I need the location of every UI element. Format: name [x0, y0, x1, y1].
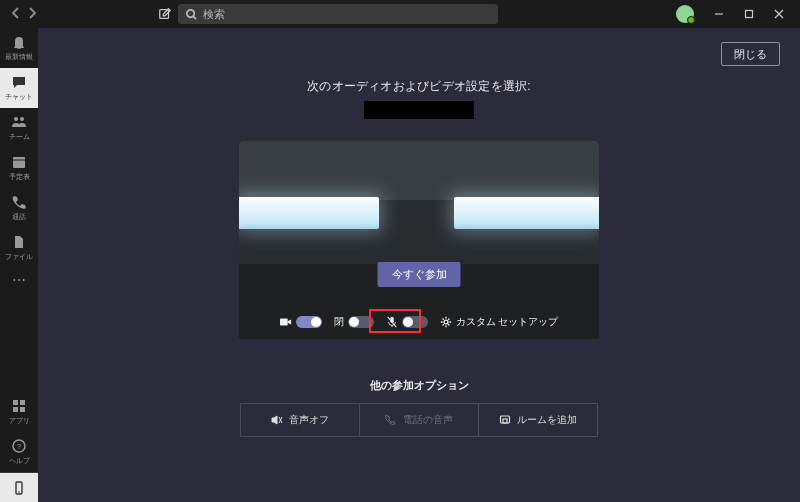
- nav-apps-label: アプリ: [9, 416, 30, 426]
- other-options-row: 音声オフ 電話の音声 ルームを追加: [240, 403, 598, 437]
- join-now-label: 今すぐ参加: [392, 268, 447, 280]
- nav-teams-label: チーム: [9, 132, 30, 142]
- nav-calendar[interactable]: 予定表: [0, 148, 38, 188]
- nav-teams[interactable]: チーム: [0, 108, 38, 148]
- back-button[interactable]: [10, 5, 22, 23]
- background-label: 閉: [334, 315, 344, 329]
- search-input[interactable]: 検索: [178, 4, 498, 24]
- svg-rect-9: [13, 157, 25, 168]
- option-audio-off-label: 音声オフ: [289, 413, 329, 427]
- mic-toggle[interactable]: [402, 316, 428, 328]
- custom-setup-button[interactable]: カスタム セットアップ: [440, 315, 559, 329]
- nav-files-label: ファイル: [5, 252, 33, 262]
- other-options-heading: 他の参加オプション: [370, 379, 469, 393]
- maximize-button[interactable]: [734, 3, 764, 25]
- nav-rail: 最新情報 チャット チーム 予定表 通話 ファイル ⋯ アプリ ?: [0, 28, 38, 502]
- option-audio-off[interactable]: 音声オフ: [240, 403, 360, 437]
- nav-chat-label: チャット: [5, 92, 33, 102]
- prejoin-heading: 次のオーディオおよびビデオ設定を選択:: [307, 78, 531, 95]
- room-icon: [499, 414, 511, 426]
- nav-calls[interactable]: 通話: [0, 188, 38, 228]
- svg-rect-13: [13, 407, 18, 412]
- svg-point-8: [20, 117, 24, 121]
- background-control[interactable]: 閉: [334, 315, 374, 329]
- join-now-button[interactable]: 今すぐ参加: [378, 262, 461, 287]
- svg-point-23: [444, 320, 448, 324]
- nav-apps[interactable]: アプリ: [0, 392, 38, 432]
- avatar[interactable]: [676, 5, 694, 23]
- option-phone-audio-label: 電話の音声: [403, 413, 453, 427]
- svg-rect-4: [746, 11, 753, 18]
- window-controls: [704, 3, 794, 25]
- nav-help[interactable]: ? ヘルプ: [0, 432, 38, 472]
- search-placeholder: 検索: [203, 7, 225, 22]
- video-icon: [280, 316, 292, 328]
- close-button-label: 閉じる: [734, 47, 767, 62]
- device-controls: 閉 カスタム セットアップ: [239, 315, 599, 329]
- video-toggle[interactable]: [296, 316, 322, 328]
- option-add-room-label: ルームを追加: [517, 413, 577, 427]
- close-button[interactable]: 閉じる: [721, 42, 780, 66]
- svg-rect-11: [13, 400, 18, 405]
- titlebar: 検索: [0, 0, 800, 28]
- mic-off-icon: [386, 316, 398, 328]
- nav-files[interactable]: ファイル: [0, 228, 38, 268]
- svg-rect-12: [20, 400, 25, 405]
- phone-icon: [385, 414, 397, 426]
- background-toggle[interactable]: [348, 316, 374, 328]
- minimize-button[interactable]: [704, 3, 734, 25]
- svg-rect-19: [280, 319, 288, 326]
- svg-point-7: [14, 117, 18, 121]
- nav-device[interactable]: [0, 472, 38, 502]
- svg-point-18: [18, 491, 20, 493]
- svg-rect-14: [20, 407, 25, 412]
- option-add-room[interactable]: ルームを追加: [478, 403, 598, 437]
- camera-preview: 今すぐ参加 閉 カスタム セットアップ: [239, 141, 599, 339]
- svg-text:?: ?: [17, 442, 22, 451]
- nav-calls-label: 通話: [12, 212, 26, 222]
- close-window-button[interactable]: [764, 3, 794, 25]
- compose-button[interactable]: [158, 7, 172, 21]
- gear-icon: [440, 316, 452, 328]
- nav-activity[interactable]: 最新情報: [0, 28, 38, 68]
- nav-help-label: ヘルプ: [9, 456, 30, 466]
- mic-control[interactable]: [386, 316, 428, 328]
- svg-line-2: [193, 16, 196, 19]
- nav-chat[interactable]: チャット: [0, 68, 38, 108]
- option-phone-audio: 電話の音声: [359, 403, 479, 437]
- search-icon: [186, 9, 197, 20]
- nav-calendar-label: 予定表: [9, 172, 30, 182]
- custom-setup-label: カスタム セットアップ: [456, 315, 559, 329]
- speaker-off-icon: [271, 414, 283, 426]
- history-nav: [10, 5, 38, 23]
- nav-more[interactable]: ⋯: [12, 268, 26, 294]
- svg-point-1: [187, 9, 194, 16]
- meeting-name-redacted: [364, 101, 474, 119]
- nav-activity-label: 最新情報: [5, 52, 33, 62]
- svg-rect-27: [503, 419, 507, 423]
- forward-button[interactable]: [26, 5, 38, 23]
- prejoin-panel: 閉じる 次のオーディオおよびビデオ設定を選択: 今すぐ参加 閉: [38, 28, 800, 502]
- video-control[interactable]: [280, 316, 322, 328]
